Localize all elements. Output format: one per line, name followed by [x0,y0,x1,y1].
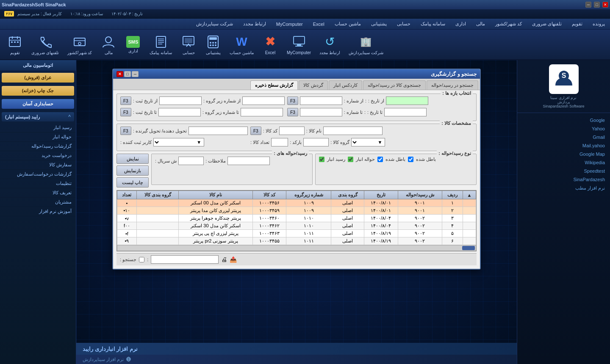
col-code[interactable]: کد کالا [252,191,286,199]
subsection-settings[interactable]: تنظیمات [0,179,76,188]
from-date-input[interactable] [386,97,428,105]
from-reg-date-f3-btn[interactable]: F3 [120,97,131,105]
sidebar-link-wikipedia[interactable]: Wikipedia [519,159,608,166]
bottom-search-input[interactable] [151,255,219,264]
menu-reconnect[interactable]: ارتباط مجدد [241,20,268,28]
tab-cardex[interactable]: کاردکس انبار [329,80,362,90]
tab-stock-report[interactable]: گزارش سطح ذخیره [250,80,298,90]
col-id[interactable]: ردیف [442,191,463,199]
minimize-btn[interactable]: ─ [585,2,591,8]
print-button[interactable]: چاپ لیست [116,177,149,188]
col-name[interactable]: نام کالا [179,191,252,199]
item-code-input[interactable] [279,127,305,135]
title-bar-controls[interactable]: ✕ □ ─ [585,2,608,8]
col-category[interactable]: گروه بندی کالا [136,191,179,199]
tab-flow[interactable]: گردش کالا [299,80,327,90]
toolbar-mycomputer[interactable]: MyComputer [284,33,313,57]
menu-calculator[interactable]: ماشین حساب [333,20,363,28]
table-row[interactable]: ۴ ۹۰۰۲ ۱۴۰۰/۸/۰۴ اصلی ۱۰۱۰ ۱۰۰۰۳۴۶۲ اسکن… [117,222,476,230]
subsection-item-define[interactable]: تعریف کالا [0,188,76,198]
serial-input[interactable] [178,157,204,165]
toolbar-support[interactable]: حسابی [178,33,199,57]
menu-sms[interactable]: سامانه پیامک [419,20,447,28]
subsection-training[interactable]: آموزش نرم افزار [0,207,76,216]
sidebar-link-yahoo[interactable]: Yahoo [519,125,608,132]
to-number-f3-btn[interactable]: F3 [287,108,298,116]
barcode-input[interactable] [303,138,329,146]
col-date[interactable]: تاریخ [364,191,398,199]
subsection-receipt[interactable]: رسید انبار [0,123,76,132]
menu-calendar[interactable]: تقویم [570,20,584,28]
dialog-close-btn[interactable]: ✕ [116,71,123,77]
menu-company[interactable]: شرکت سیناپردازش [194,20,235,28]
table-row[interactable]: ۲ ۹۰۰۱ ۱۴۰۰/۸/۰۱ اصلی ۱۰۰۹ ۱۰۰۰۳۴۵۹ پرین… [117,207,476,215]
print-icon[interactable]: 🖨 [221,256,227,263]
sidebar-link-speedtest[interactable]: Speedtest [519,167,608,175]
to-date-input[interactable] [384,108,427,116]
subsection-purchase[interactable]: درخواست خرید [0,151,76,160]
delivery-input[interactable] [189,127,248,135]
menu-finance[interactable]: مالی [474,20,487,28]
dialog-minimize-btn[interactable]: ─ [132,71,139,77]
section-print[interactable]: جک چاپ (خزانه) [2,86,74,96]
item-count-input[interactable] [271,138,288,146]
toolbar-sms[interactable]: SMS اداری [122,34,144,55]
section-accounting[interactable]: حسابداری آسان [2,99,74,109]
col-subgroup[interactable]: شماره زیرگروه [286,191,331,199]
show-button[interactable]: نمایش [116,154,149,164]
toolbar-word[interactable]: W ماشین حساب [227,33,256,57]
issue-checkbox[interactable] [348,157,353,162]
menu-mycomputer[interactable]: MyComputer [274,21,305,28]
menu-phones[interactable]: تلفنهای ضروری [530,20,563,28]
to-subgroup-input[interactable] [241,108,283,116]
col-sort[interactable]: ▲ [463,191,476,199]
subsection-issue[interactable]: حواله انبار [0,132,76,142]
toolbar-finance[interactable]: کد شهر/کشور [65,33,95,57]
col-count[interactable]: تعداد [117,191,137,199]
sidebar-link-gmail[interactable]: Gmail [519,133,608,141]
delivery-f3-btn[interactable]: F3 [120,127,131,135]
toolbar-calc[interactable]: پشتیبانی [202,33,224,57]
toolbar-phones[interactable]: تلفنهای ضروری [29,33,61,57]
scrollbar-thumb[interactable] [462,246,475,250]
not-cancelled-checkbox[interactable] [408,157,413,162]
menu-accounting[interactable]: حسابی [395,20,412,28]
tab-search-item[interactable]: جستجوی کالا در رسید/حواله [363,80,426,90]
subsection-order[interactable]: سفارش کالا [0,160,76,170]
subsection-customers[interactable]: مشتریان [0,198,76,207]
close-btn[interactable]: ✕ [602,2,608,8]
receipt-checkbox[interactable] [319,157,324,162]
item-code-f3-btn[interactable]: F3 [250,127,261,135]
maximize-btn[interactable]: □ [594,2,600,8]
reshow-button[interactable]: بازنمایش [116,165,149,176]
from-reg-date-input[interactable] [159,97,202,105]
table-row[interactable]: ۶ ۹۰۰۲ ۱۴۰۰/۸/۱۹ اصلی ۱۰۱۱ ۱۰۰۰۳۴۵۵ پرین… [117,237,476,245]
from-number-f3-btn[interactable]: F3 [287,97,298,105]
sidebar-link-googlemap[interactable]: Google Map [519,150,608,158]
toolbar-admin[interactable]: مالی [98,33,119,57]
to-reg-date-input[interactable] [158,108,201,116]
toolbar-excel[interactable]: ✖ Excel [260,33,281,57]
section-sales[interactable]: عرای (فروش) [2,73,74,83]
section-warehouse[interactable]: ^ رایبد (سیستم انبار) [2,112,74,121]
table-row[interactable]: ۳ ۹۰۰۲ ۱۴۰۰/۸/۰۴ اصلی ۱۰۱۰ ۱۰۰۰۳۴۶۰ پرین… [117,215,476,222]
registrar-select[interactable]: ▼ [153,138,204,146]
horizontal-scrollbar[interactable] [117,245,476,251]
toolbar-reconnect[interactable]: ↺ ارتباط مجدد [317,33,343,57]
sidebar-link-softwarelab[interactable]: نرم افزار مطب [519,184,608,192]
tab-search-receipt[interactable]: جستجو در رسید/حواله [427,80,478,90]
toolbar-calendar[interactable]: تقویم [4,33,25,57]
col-group[interactable]: گروه بندی [331,191,364,199]
col-receipt[interactable]: ش رسید/حواله [398,191,442,199]
table-row[interactable]: ۱ ۹۰۰۱ ۱۴۰۰/۸/۰۱ اصلی ۱۰۰۹ ۱۰۰۰۳۴۵۶ اسکن… [117,199,476,207]
menu-excel[interactable]: Excel [311,21,326,28]
to-number-input[interactable] [300,108,342,116]
menu-file[interactable]: پرونده [591,20,607,28]
sidebar-link-mailyahoo[interactable]: Mail.yahoo [519,142,608,149]
menu-support[interactable]: پشتیبانی [369,20,388,28]
table-scroll[interactable]: ▲ ردیف ش رسید/حواله تاریخ گروه بندی شمار… [117,190,476,245]
from-subgroup-input[interactable] [242,97,285,105]
subsection-reports[interactable]: گزارشات رسید/حواله [0,142,76,151]
dialog-maximize-btn[interactable]: □ [124,71,131,77]
dialog-title-buttons[interactable]: ─ □ ✕ [116,71,139,77]
